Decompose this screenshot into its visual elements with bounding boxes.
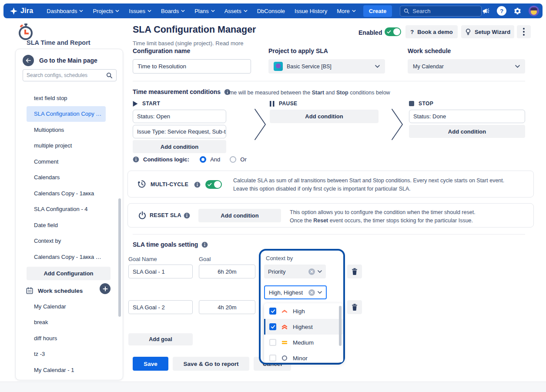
info-icon[interactable] (201, 241, 208, 248)
nav-menu: Dashboards Projects Issues Boards Plans … (43, 6, 360, 17)
more-actions-button[interactable] (517, 25, 531, 38)
settings-gear-icon[interactable] (513, 7, 522, 15)
goal-name-input[interactable] (128, 300, 193, 314)
read-more-link[interactable]: Read more (215, 40, 243, 47)
help-icon[interactable]: ? (497, 6, 506, 16)
checkbox[interactable] (269, 339, 276, 346)
back-to-main-link[interactable]: Go to the Main page (23, 55, 97, 66)
goal-name-input[interactable] (128, 265, 193, 278)
add-configuration-button[interactable]: Add Configuration (27, 267, 111, 280)
jira-logo[interactable]: Jira (10, 7, 33, 15)
config-item[interactable]: Calendars Copy - 1акка (27, 185, 106, 201)
config-item[interactable]: Date field (27, 217, 106, 233)
context-field-select[interactable]: Priority ✕ (264, 265, 326, 278)
check-icon (271, 309, 275, 313)
schedule-item[interactable]: break (27, 315, 106, 331)
delete-goal-button[interactable] (347, 300, 362, 314)
nav-item-assets[interactable]: Assets (221, 6, 251, 17)
start-add-condition-button[interactable]: Add condition (133, 140, 226, 153)
config-item[interactable]: Calendars (27, 170, 106, 186)
book-a-demo-button[interactable]: ? Book a demo (405, 25, 458, 38)
page-subtitle: Time limit based (single project). Read … (133, 40, 244, 47)
goals-heading: SLA time goals setting (133, 241, 208, 248)
stop-condition[interactable]: Status: Done (409, 110, 525, 123)
enabled-toggle[interactable] (385, 27, 401, 36)
config-item-selected[interactable]: SLA Configuration Copy … (27, 106, 106, 122)
checkbox[interactable] (269, 308, 276, 315)
add-schedule-button[interactable] (100, 283, 111, 294)
setup-wizard-button[interactable]: Setup Wizard (461, 25, 514, 38)
option-high[interactable]: High (264, 303, 343, 319)
config-item[interactable]: SLA Configuration - 4 (27, 201, 106, 218)
nav-item-more[interactable]: More (333, 6, 360, 17)
option-highest[interactable]: Highest (264, 319, 343, 335)
config-list: text field stop SLA Configuration Copy …… (27, 90, 106, 265)
delete-goal-button[interactable] (347, 265, 362, 278)
goal-value-input[interactable] (199, 300, 255, 314)
multi-cycle-label: MULTI-CYCLE (151, 181, 188, 188)
nav-item-issue-history[interactable]: Issue History (291, 6, 331, 17)
config-item[interactable]: text field stop (27, 90, 106, 106)
dropdown-scrollbar[interactable] (339, 306, 342, 346)
conditions-heading: Time measurement conditions (133, 88, 231, 95)
save-go-report-button[interactable]: Save & Go to report (173, 357, 249, 371)
work-schedule-label: Work schedule (408, 47, 451, 54)
app-title: SLA Time and Report (27, 39, 90, 46)
config-item[interactable]: Context by (27, 233, 106, 249)
clear-icon[interactable]: ✕ (308, 289, 315, 296)
logic-or-radio[interactable] (230, 156, 236, 163)
clear-icon[interactable]: ✕ (308, 268, 315, 275)
config-item[interactable]: multiple project (27, 138, 106, 154)
pause-add-condition-button[interactable]: Add condition (270, 110, 379, 123)
chevron-down-icon (211, 10, 215, 12)
nav-item-plans[interactable]: Plans (191, 6, 219, 17)
multi-cycle-icon (137, 180, 146, 188)
divider (133, 234, 525, 235)
sidebar-search-input[interactable] (27, 72, 106, 78)
start-condition[interactable]: Issue Type: Service Request, Sub-task, T… (133, 125, 226, 138)
create-button[interactable]: Create (363, 5, 392, 17)
nav-item-issues[interactable]: Issues (125, 6, 155, 17)
nav-item-dashboards[interactable]: Dashboards (43, 6, 87, 17)
schedule-item[interactable]: My Calendar - 1 (27, 362, 106, 378)
goal-column-label: Goal (199, 256, 211, 262)
conditions-description: Time will be measured between the Start … (225, 90, 390, 96)
info-icon[interactable] (184, 212, 190, 219)
add-goal-button[interactable]: Add goal (128, 333, 193, 345)
context-values-select[interactable]: High, Highest ✕ (264, 285, 327, 299)
goal-value-input[interactable] (199, 265, 255, 278)
configuration-name-input[interactable] (133, 59, 251, 74)
config-item[interactable]: Calendars Copy - 1акка … (27, 249, 106, 265)
schedule-item[interactable]: tz -3 (27, 346, 106, 362)
start-condition[interactable]: Status: Open (133, 110, 226, 123)
option-medium[interactable]: Medium (264, 335, 343, 350)
user-avatar[interactable] (529, 6, 539, 16)
sidebar-search[interactable] (23, 69, 117, 81)
work-schedule-select[interactable]: My Calendar (408, 59, 525, 74)
config-item[interactable]: Comment (27, 154, 106, 170)
logic-or-label: Or (240, 156, 246, 163)
sidebar-scrollbar[interactable] (118, 198, 121, 317)
search-input[interactable] (412, 8, 478, 14)
nav-item-boards[interactable]: Boards (157, 6, 189, 17)
announcement-icon[interactable] (482, 7, 490, 15)
project-select[interactable]: Basic Service [BS] (268, 59, 385, 74)
schedule-item[interactable]: My Calendar (27, 298, 106, 315)
config-item[interactable]: Multioptions (27, 122, 106, 138)
info-icon[interactable] (194, 181, 201, 188)
save-button[interactable]: Save (133, 357, 168, 371)
logic-and-radio[interactable] (200, 156, 206, 163)
reset-add-condition-button[interactable]: Add condition (198, 209, 281, 222)
info-icon[interactable] (133, 156, 139, 163)
multi-cycle-toggle[interactable] (205, 180, 222, 189)
nav-item-projects[interactable]: Projects (89, 6, 123, 17)
nav-item-dbconsole[interactable]: DbConsole (253, 6, 289, 17)
checkbox[interactable] (269, 355, 276, 362)
stop-add-condition-button[interactable]: Add condition (409, 125, 525, 138)
schedule-item[interactable]: diff hours (27, 330, 106, 346)
project-avatar (274, 62, 283, 71)
option-minor[interactable]: Minor (264, 350, 343, 362)
checkbox[interactable] (269, 323, 276, 330)
enabled-label: Enabled (358, 29, 382, 36)
global-search[interactable] (400, 6, 482, 17)
